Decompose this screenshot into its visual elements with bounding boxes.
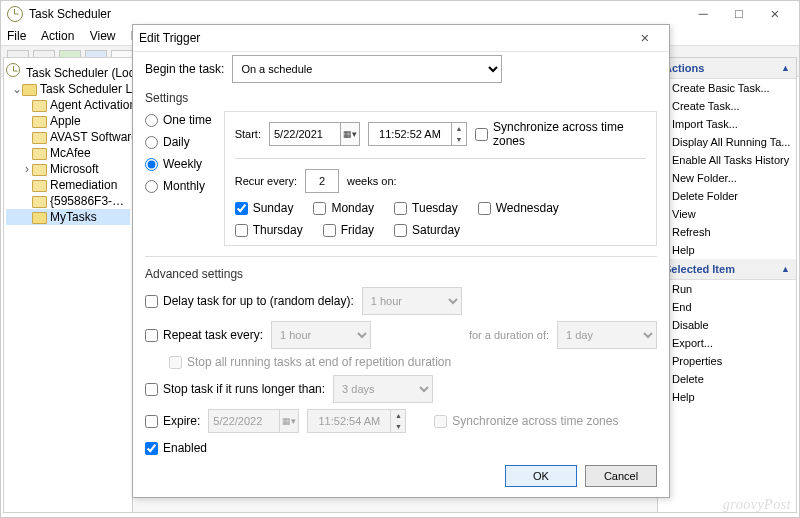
delay-checkbox[interactable]: Delay task for up to (random delay): [145, 294, 354, 308]
day-friday[interactable]: Friday [323, 223, 374, 237]
action-item[interactable]: Display All Running Ta... [658, 133, 796, 151]
delay-select: 1 hour [362, 287, 462, 315]
stop-longer-select: 3 days [333, 375, 433, 403]
menu-view[interactable]: View [90, 29, 116, 43]
expire-checkbox[interactable]: Expire: [145, 414, 200, 428]
cancel-button[interactable]: Cancel [585, 465, 657, 487]
main-title: Task Scheduler [29, 7, 111, 21]
radio-weekly[interactable]: Weekly [145, 157, 212, 171]
dialog-titlebar: Edit Trigger × [133, 25, 669, 52]
repeat-checkbox[interactable]: Repeat task every: [145, 328, 263, 342]
start-time-spinner[interactable]: ▲▼ [368, 122, 467, 146]
action-item[interactable]: Help [658, 241, 796, 259]
weeks-on-label: weeks on: [347, 175, 397, 187]
calendar-icon: ▦▾ [280, 409, 299, 433]
tree-item[interactable]: Apple [50, 114, 81, 128]
stop-end-checkbox: Stop all running tasks at end of repetit… [169, 355, 451, 369]
sync-tz2-checkbox: Synchronize across time zones [434, 414, 618, 428]
action-item[interactable]: Import Task... [658, 115, 796, 133]
begin-task-label: Begin the task: [145, 62, 224, 76]
action-item[interactable]: Delete Folder [658, 187, 796, 205]
schedule-group: Start: ▦▾ ▲▼ Synchronize across time zon… [224, 111, 657, 246]
tree-item[interactable]: {595886F3-… [50, 194, 124, 208]
action-item[interactable]: Create Basic Task... [658, 79, 796, 97]
schedule-radios: One time Daily Weekly Monthly [145, 111, 212, 246]
day-saturday[interactable]: Saturday [394, 223, 460, 237]
actions-pane: Actions▲ Create Basic Task... Create Tas… [657, 57, 797, 513]
recur-input[interactable] [305, 169, 339, 193]
stop-longer-checkbox[interactable]: Stop task if it runs longer than: [145, 382, 325, 396]
enabled-checkbox[interactable]: Enabled [145, 441, 207, 455]
action-item[interactable]: Properties [658, 352, 796, 370]
action-item[interactable]: End [658, 298, 796, 316]
calendar-icon[interactable]: ▦▾ [341, 122, 360, 146]
action-item[interactable]: Export... [658, 334, 796, 352]
tree-item[interactable]: AVAST Software [50, 130, 133, 144]
action-item[interactable]: Create Task... [658, 97, 796, 115]
radio-one-time[interactable]: One time [145, 113, 212, 127]
clock-icon [7, 6, 23, 22]
action-item[interactable]: Delete [658, 370, 796, 388]
action-item[interactable]: Run [658, 280, 796, 298]
tree-item[interactable]: McAfee [50, 146, 91, 160]
action-item[interactable]: Disable [658, 316, 796, 334]
tree-root[interactable]: Task Scheduler (Local) [26, 66, 133, 80]
ok-button[interactable]: OK [505, 465, 577, 487]
day-sunday[interactable]: Sunday [235, 201, 294, 215]
actions-header: Actions▲ [658, 58, 796, 79]
dialog-title: Edit Trigger [139, 31, 200, 45]
sync-tz-checkbox[interactable]: Synchronize across time zones [475, 120, 646, 148]
minimize-button[interactable]: ─ [685, 2, 721, 26]
menu-action[interactable]: Action [41, 29, 74, 43]
start-label: Start: [235, 128, 261, 140]
recur-label: Recur every: [235, 175, 297, 187]
dialog-close-button[interactable]: × [627, 26, 663, 50]
expire-time-spinner: ▲▼ [307, 409, 406, 433]
tree-item[interactable]: Remediation [50, 178, 117, 192]
repeat-select: 1 hour [271, 321, 371, 349]
edit-trigger-dialog: Edit Trigger × Begin the task: On a sche… [132, 24, 670, 498]
selected-item-header: Selected Item▲ [658, 259, 796, 280]
folder-icon [22, 84, 37, 96]
tree-item[interactable]: Microsoft [50, 162, 99, 176]
action-item[interactable]: Enable All Tasks History [658, 151, 796, 169]
duration-label: for a duration of: [469, 329, 549, 341]
nav-tree[interactable]: Task Scheduler (Local) ⌄Task Scheduler L… [3, 57, 133, 513]
begin-task-select[interactable]: On a schedule [232, 55, 502, 83]
advanced-label: Advanced settings [145, 267, 657, 281]
expire-date-picker: ▦▾ [208, 409, 299, 433]
radio-monthly[interactable]: Monthly [145, 179, 212, 193]
menu-file[interactable]: File [7, 29, 26, 43]
day-wednesday[interactable]: Wednesday [478, 201, 559, 215]
maximize-button[interactable]: □ [721, 2, 757, 26]
close-button[interactable]: × [757, 2, 793, 26]
action-item[interactable]: Help [658, 388, 796, 406]
tree-item[interactable]: Agent Activation [50, 98, 133, 112]
day-monday[interactable]: Monday [313, 201, 374, 215]
tree-item-selected[interactable]: MyTasks [50, 210, 97, 224]
start-date-picker[interactable]: ▦▾ [269, 122, 360, 146]
duration-select: 1 day [557, 321, 657, 349]
day-tuesday[interactable]: Tuesday [394, 201, 458, 215]
watermark: groovyPost [723, 497, 791, 513]
day-thursday[interactable]: Thursday [235, 223, 303, 237]
radio-daily[interactable]: Daily [145, 135, 212, 149]
tree-library[interactable]: Task Scheduler Library [40, 82, 133, 96]
action-item[interactable]: New Folder... [658, 169, 796, 187]
settings-label: Settings [145, 91, 657, 105]
action-item[interactable]: Refresh [658, 223, 796, 241]
action-item[interactable]: View [658, 205, 796, 223]
